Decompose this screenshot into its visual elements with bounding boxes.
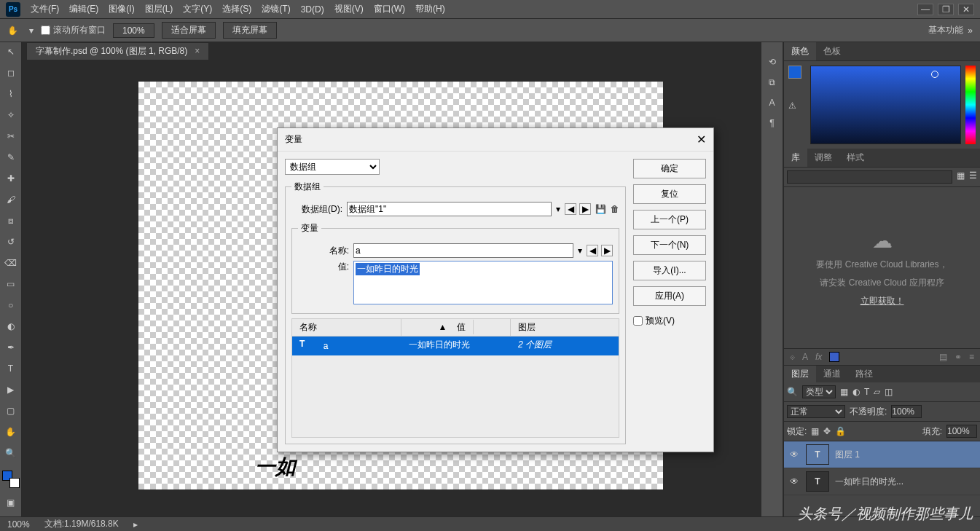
close-button[interactable]: ✕ — [958, 4, 974, 15]
zoom-readout[interactable]: 100% — [7, 519, 30, 530]
filter-adjust-icon[interactable]: ◐ — [852, 387, 860, 397]
tab-close-icon[interactable]: × — [195, 46, 200, 56]
move-tool[interactable]: ↖ — [3, 45, 19, 58]
zoom-level-button[interactable]: 100% — [113, 23, 154, 38]
menu-file[interactable]: 文件(F) — [31, 3, 59, 15]
tab-paths[interactable]: 路径 — [848, 366, 880, 382]
eraser-tool[interactable]: ⌫ — [3, 256, 19, 270]
fit-screen-button[interactable]: 适合屏幕 — [162, 22, 216, 39]
tab-swatches[interactable]: 色板 — [816, 42, 848, 60]
eye-icon[interactable]: 👁 — [790, 449, 800, 460]
mode-select[interactable]: 数据组 — [285, 159, 380, 175]
ok-button[interactable]: 确定 — [633, 159, 706, 178]
path-select-tool[interactable]: ▶ — [3, 383, 19, 396]
tab-libraries[interactable]: 库 — [784, 149, 807, 167]
table-row[interactable]: T a 一如昨日的时光 2 个图层 — [292, 337, 619, 355]
properties-icon[interactable]: ⧉ — [769, 77, 775, 87]
var-prev-icon[interactable]: ◀ — [587, 245, 598, 256]
stamp-tool[interactable]: ⧈ — [3, 214, 19, 227]
next-button[interactable]: 下一个(N) — [633, 235, 706, 255]
color-field[interactable] — [810, 66, 961, 144]
lock-all-icon[interactable]: 🔒 — [835, 426, 846, 436]
menu-layer[interactable]: 图层(L) — [145, 3, 173, 15]
tab-channels[interactable]: 通道 — [816, 366, 848, 382]
hue-slider[interactable] — [965, 66, 976, 144]
import-button[interactable]: 导入(I)... — [633, 261, 706, 280]
tool-preset-dropdown[interactable]: ▾ — [29, 25, 34, 36]
filter-kind-icon[interactable]: 🔍 — [787, 387, 798, 397]
crop-tool[interactable]: ✂ — [3, 130, 19, 143]
dodge-tool[interactable]: ◐ — [3, 320, 19, 333]
document-tab[interactable]: 字幕制作.psd @ 100% (图层 1, RGB/8)× — [26, 42, 209, 60]
hand-tool[interactable]: ✋ — [3, 425, 19, 438]
menu-image[interactable]: 图像(I) — [109, 3, 134, 15]
lock-pos-icon[interactable]: ✥ — [823, 426, 831, 436]
fx-swatch[interactable] — [829, 352, 839, 362]
opacity-input[interactable] — [891, 405, 922, 418]
color-swatches[interactable] — [2, 471, 20, 488]
history-icon[interactable]: ⟲ — [769, 57, 776, 67]
menu-type[interactable]: 文字(Y) — [183, 3, 212, 15]
menu-view[interactable]: 视图(V) — [334, 3, 364, 15]
workspace-menu-icon[interactable]: » — [968, 25, 973, 36]
blur-tool[interactable]: ○ — [3, 299, 19, 312]
menu-filter[interactable]: 滤镜(T) — [262, 3, 290, 15]
preview-checkbox[interactable]: 预览(V) — [633, 315, 706, 327]
dialog-close-icon[interactable]: ✕ — [697, 133, 706, 146]
name-dropdown-icon[interactable]: ▾ — [578, 245, 582, 256]
reset-button[interactable]: 复位 — [633, 184, 706, 204]
dataset-save-icon[interactable]: 💾 — [595, 204, 606, 214]
heal-tool[interactable]: ✚ — [3, 172, 19, 185]
link-icon[interactable]: ⚭ — [954, 352, 962, 362]
lib-get-link[interactable]: 立即获取！ — [861, 295, 904, 307]
apply-button[interactable]: 应用(A) — [633, 286, 706, 306]
marquee-tool[interactable]: ◻ — [3, 66, 19, 79]
menu-edit[interactable]: 编辑(E) — [69, 3, 98, 15]
gradient-tool[interactable]: ▭ — [3, 278, 19, 291]
dataset-prev-icon[interactable]: ◀ — [565, 203, 576, 215]
dataset-trash-icon[interactable]: 🗑 — [611, 204, 619, 214]
filter-kind-select[interactable]: 类型 — [802, 385, 836, 398]
maximize-button[interactable]: ❐ — [938, 4, 954, 15]
layer-row[interactable]: 👁 T 图层 1 — [784, 441, 980, 468]
lock-pixel-icon[interactable]: ▦ — [811, 426, 819, 436]
filter-shape-icon[interactable]: ▱ — [874, 387, 880, 397]
filter-type-icon[interactable]: T — [864, 387, 869, 397]
fill-input[interactable] — [946, 425, 977, 438]
character-icon[interactable]: A — [769, 98, 775, 108]
blend-mode-select[interactable]: 正常 — [787, 405, 845, 418]
list-view-icon[interactable]: ☰ — [969, 170, 977, 184]
workspace-label[interactable]: 基本功能 — [928, 24, 963, 36]
dataset-input[interactable] — [347, 202, 552, 216]
menu-icon[interactable]: ≡ — [969, 352, 974, 362]
brush-tool[interactable]: 🖌 — [3, 193, 19, 206]
quickmask-tool[interactable]: ▣ — [3, 496, 19, 509]
foreground-swatch[interactable] — [788, 66, 801, 79]
eye-icon[interactable]: 👁 — [790, 476, 800, 487]
zoom-tool[interactable]: 🔍 — [3, 447, 19, 460]
tab-styles[interactable]: 样式 — [839, 149, 871, 167]
dataset-next-icon[interactable]: ▶ — [579, 203, 591, 215]
name-select[interactable] — [353, 243, 573, 258]
dataset-dropdown-icon[interactable]: ▾ — [556, 204, 560, 214]
grid-view-icon[interactable]: ▦ — [957, 170, 965, 184]
layer-row[interactable]: 👁 T 一如昨日的时光... — [784, 468, 980, 495]
pen-tool[interactable]: ✒ — [3, 341, 19, 354]
tab-adjust[interactable]: 调整 — [807, 149, 839, 167]
tab-color[interactable]: 颜色 — [784, 42, 816, 60]
paragraph-icon[interactable]: ¶ — [769, 118, 774, 128]
var-next-icon[interactable]: ▶ — [601, 245, 613, 256]
prev-button[interactable]: 上一个(P) — [633, 210, 706, 229]
value-textarea[interactable]: 一如昨日的时光 — [353, 261, 613, 304]
menu-help[interactable]: 帮助(H) — [415, 3, 445, 15]
eyedrop-tool[interactable]: ✎ — [3, 151, 19, 164]
type-tool[interactable]: T — [3, 362, 19, 375]
menu-3d[interactable]: 3D(D) — [301, 4, 324, 15]
filter-pixel-icon[interactable]: ▦ — [840, 387, 848, 397]
minimize-button[interactable]: — — [917, 4, 933, 15]
filter-smart-icon[interactable]: ◫ — [885, 387, 893, 397]
tab-layers[interactable]: 图层 — [784, 366, 816, 382]
var-table-body[interactable]: T a 一如昨日的时光 2 个图层 — [291, 336, 619, 438]
history-brush-tool[interactable]: ↺ — [3, 235, 19, 248]
lib-select[interactable] — [787, 170, 952, 184]
